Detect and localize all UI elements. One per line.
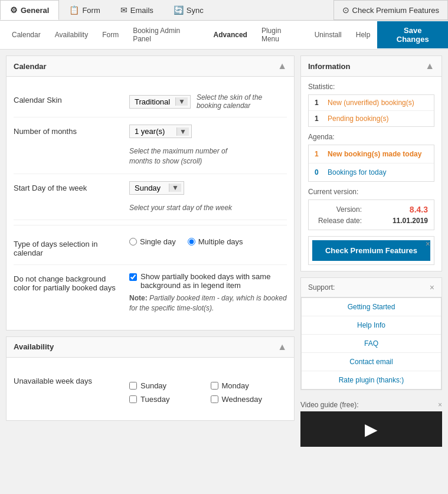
days-selection-label: Type of days selection in calendar (14, 237, 120, 257)
sub-nav-availability[interactable]: Availability (48, 25, 95, 45)
video-guide-card: Video guide (free): × ▶ (300, 396, 442, 447)
avail-sunday[interactable]: Sunday (129, 381, 206, 390)
premium-box: × Check Premium Features (308, 236, 434, 265)
tab-form-label: Form (82, 6, 100, 15)
form-icon: 📋 (69, 5, 79, 15)
calendar-section-title: Calendar (14, 62, 47, 71)
video-guide-header: Video guide (free): × (300, 396, 442, 411)
unavailable-week-days-row: Unavailable week days Sunday Monday (14, 367, 287, 411)
start-day-select[interactable]: Sunday Monday Tuesday (135, 184, 166, 192)
sub-nav-booking-admin[interactable]: Booking Admin Panel (126, 21, 206, 49)
calendar-skin-desc: Select the skin of the booking calendar (197, 93, 287, 110)
agenda-link-0[interactable]: New booking(s) made today (328, 150, 421, 158)
avail-tuesday[interactable]: Tuesday (129, 395, 206, 404)
version-value: 8.4.3 (410, 205, 428, 214)
email-icon: ✉ (120, 5, 127, 15)
save-changes-button[interactable]: Save Changes (377, 21, 448, 48)
radio-single-day[interactable]: Single day (129, 237, 176, 246)
avail-tuesday-checkbox[interactable] (129, 395, 137, 403)
number-of-months-select[interactable]: 1 year(s) 2 year(s) 1 month(s) (135, 127, 174, 136)
support-link-contact-email[interactable]: Contact email (302, 353, 441, 371)
availability-collapse-arrow[interactable]: ▲ (277, 342, 287, 352)
start-day-select-wrapper[interactable]: Sunday Monday Tuesday ▼ (129, 181, 184, 195)
information-collapse-arrow[interactable]: ▲ (425, 61, 434, 71)
support-link-getting-started[interactable]: Getting Started (302, 298, 441, 316)
stat-link-0[interactable]: New (unverified) booking(s) (328, 99, 414, 107)
version-box: Version: 8.4.3 Release date: 11.01.2019 (308, 199, 434, 230)
radio-multiple-days-input[interactable] (188, 238, 195, 246)
tab-sync[interactable]: 🔄 Sync (163, 0, 214, 20)
right-panel: Information ▲ Statistic: 1 New (unverifi… (300, 55, 442, 447)
sub-nav: Calendar Availability Form Booking Admin… (0, 21, 448, 50)
start-day-arrow: ▼ (169, 184, 181, 192)
support-card: Support: × Getting Started Help Info FAQ… (300, 277, 442, 390)
agenda-link-1[interactable]: Bookings for today (328, 168, 386, 176)
calendar-skin-control: Traditional Modern Classic ▼ Select the … (129, 93, 287, 110)
video-thumbnail[interactable]: ▶ (300, 411, 442, 447)
avail-wednesday-label: Wednesday (222, 395, 262, 404)
sub-nav-plugin-menu[interactable]: Plugin Menu (254, 21, 308, 49)
radio-multiple-days-label: Multiple days (198, 237, 243, 246)
start-day-row: Start Day of the week Sunday Monday Tues… (14, 174, 287, 221)
avail-monday-checkbox[interactable] (211, 382, 218, 390)
statistic-box: 1 New (unverified) booking(s) 1 Pending … (308, 94, 434, 127)
partially-booked-note: Note: Partially booked item - day, which… (129, 293, 287, 313)
support-link-faq[interactable]: FAQ (302, 335, 441, 353)
radio-multiple-days[interactable]: Multiple days (188, 237, 243, 246)
days-selection-radio-group: Single day Multiple days (129, 237, 287, 246)
sub-nav-uninstall[interactable]: Uninstall (308, 25, 349, 45)
number-of-months-control: 1 year(s) 2 year(s) 1 month(s) ▼ Select … (129, 125, 287, 166)
avail-sunday-checkbox[interactable] (129, 382, 137, 390)
release-row: Release date: 11.01.2019 (315, 217, 428, 225)
number-of-months-row: Number of months 1 year(s) 2 year(s) 1 m… (14, 117, 287, 174)
sync-icon: 🔄 (174, 5, 184, 15)
tab-sync-label: Sync (187, 6, 204, 15)
support-header: Support: × (301, 278, 442, 297)
check-premium-button-top[interactable]: ⊙ Check Premium Features (333, 0, 448, 20)
sub-nav-form[interactable]: Form (95, 25, 126, 45)
video-guide-label: Video guide (free): (300, 401, 359, 409)
support-link-rate-plugin[interactable]: Rate plugin (thanks:) (302, 371, 441, 389)
support-link-help-info[interactable]: Help Info (302, 316, 441, 335)
version-row: Version: 8.4.3 (315, 205, 428, 214)
tab-general[interactable]: ⚙ General (0, 0, 59, 20)
radio-single-day-input[interactable] (129, 238, 137, 246)
calendar-skin-select[interactable]: Traditional Modern Classic (135, 97, 173, 106)
days-selection-row: Type of days selection in calendar Singl… (14, 230, 287, 265)
agenda-box: 1 New booking(s) made today 0 Bookings f… (308, 145, 434, 182)
stat-link-1[interactable]: Pending booking(s) (328, 114, 388, 123)
calendar-skin-select-wrapper[interactable]: Traditional Modern Classic ▼ (129, 95, 191, 109)
partially-booked-checkbox[interactable] (129, 273, 137, 281)
agenda-row-0: 1 New booking(s) made today (309, 145, 434, 163)
premium-close-button[interactable]: × (426, 239, 430, 248)
radio-single-day-label: Single day (140, 237, 176, 246)
video-guide-close-button[interactable]: × (438, 401, 442, 409)
agenda-row-1: 0 Bookings for today (309, 163, 434, 181)
stat-num-1: 1 (315, 114, 323, 123)
sub-nav-help[interactable]: Help (349, 25, 378, 45)
tab-form[interactable]: 📋 Form (59, 0, 110, 20)
unavailable-days-grid: Sunday Monday Tuesday (129, 381, 287, 404)
avail-wednesday-checkbox[interactable] (211, 395, 218, 403)
number-of-months-select-wrapper[interactable]: 1 year(s) 2 year(s) 1 month(s) ▼ (129, 125, 192, 138)
calendar-section-header: Calendar ▲ (6, 56, 294, 77)
stat-num-0: 1 (315, 99, 323, 107)
support-close-button[interactable]: × (430, 283, 434, 292)
calendar-section-body: Calendar Skin Traditional Modern Classic… (6, 77, 294, 330)
tab-general-label: General (21, 6, 49, 15)
play-icon: ▶ (365, 420, 378, 439)
version-label: Current version: (308, 188, 434, 196)
sub-nav-advanced[interactable]: Advanced (207, 25, 254, 45)
calendar-collapse-arrow[interactable]: ▲ (277, 61, 287, 71)
stat-row-0: 1 New (unverified) booking(s) (309, 95, 434, 111)
top-nav: ⚙ General 📋 Form ✉ Emails 🔄 Sync ⊙ Check… (0, 0, 448, 21)
stat-row-1: 1 Pending booking(s) (309, 111, 434, 126)
sub-nav-calendar[interactable]: Calendar (5, 25, 48, 45)
information-title: Information (308, 62, 351, 71)
avail-monday[interactable]: Monday (211, 381, 287, 390)
check-premium-button-main[interactable]: Check Premium Features (312, 240, 430, 261)
avail-monday-label: Monday (222, 381, 249, 390)
tab-emails[interactable]: ✉ Emails (110, 0, 163, 20)
information-header: Information ▲ (301, 56, 442, 77)
avail-wednesday[interactable]: Wednesday (211, 395, 287, 404)
